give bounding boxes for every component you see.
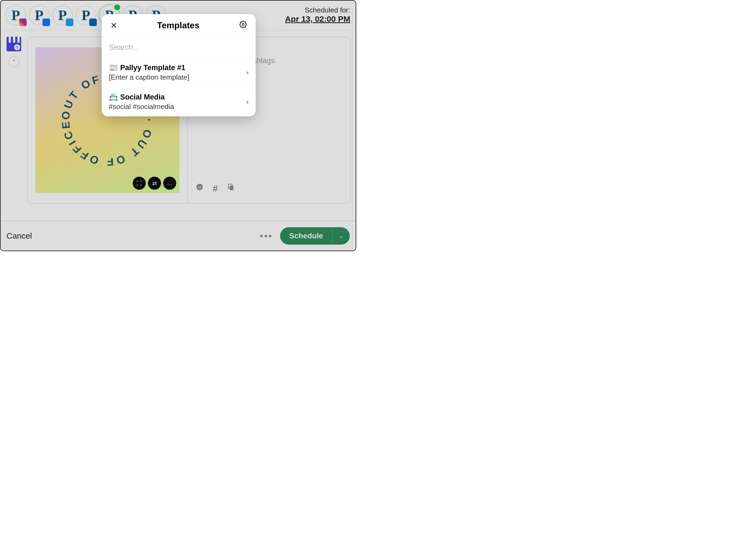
template-2-title: Social Media [120, 93, 165, 101]
svg-rect-4 [230, 186, 233, 190]
template-2-subtitle: #social #socialmedia [109, 102, 174, 111]
schedule-dropdown-button[interactable]: ⌄ [332, 227, 350, 244]
google-business-icon[interactable]: G [7, 37, 21, 51]
account-linkedin[interactable]: P [76, 5, 96, 26]
template-item-1[interactable]: 📰Pallyy Template #1 [Enter a caption tem… [102, 58, 256, 87]
account-instagram[interactable]: P [6, 5, 26, 26]
scheduled-for[interactable]: Scheduled for: Apr 13, 02:00 PM [285, 5, 350, 24]
facebook-icon [42, 18, 50, 26]
template-item-2[interactable]: 📇Social Media #social #socialmedia › [102, 87, 256, 116]
expand-button[interactable]: ⛶ [133, 177, 146, 190]
template-1-subtitle: [Enter a caption template] [109, 73, 189, 82]
caption-tools: # [196, 183, 342, 196]
account-facebook[interactable]: P [29, 5, 49, 26]
modal-search [102, 37, 256, 58]
swap-icon: ⇄ [152, 180, 157, 187]
cancel-button[interactable]: Cancel [7, 231, 32, 241]
search-input[interactable] [102, 37, 256, 58]
more-icon: … [167, 180, 173, 187]
template-1-title: Pallyy Template #1 [120, 63, 185, 72]
templates-modal: ✕ Templates 📰Pallyy Template #1 [Enter a… [102, 14, 256, 116]
check-icon [114, 4, 121, 11]
account-twitter[interactable]: P [52, 5, 73, 26]
close-icon: ✕ [110, 21, 117, 30]
chevron-down-icon: ⌄ [339, 232, 344, 240]
scheduled-label: Scheduled for: [285, 6, 350, 14]
footer: Cancel ••• Schedule ⌄ [1, 221, 356, 251]
linkedin-icon [89, 18, 97, 26]
scheduled-datetime[interactable]: Apr 13, 02:00 PM [285, 14, 350, 24]
chevron-up-icon: ⌃ [12, 59, 16, 65]
svg-point-1 [196, 184, 202, 190]
close-button[interactable]: ✕ [109, 19, 119, 31]
media-actions: ⛶ ⇄ … [133, 177, 176, 190]
svg-point-2 [198, 186, 199, 187]
more-button[interactable]: … [163, 177, 176, 190]
emoji-button[interactable] [196, 183, 203, 194]
chevron-right-icon: › [246, 98, 249, 106]
side-column: G ⌃ [6, 37, 22, 204]
expand-icon: ⛶ [137, 180, 142, 187]
instagram-icon [19, 18, 27, 26]
copy-button[interactable] [227, 183, 235, 194]
emoji-icon [196, 183, 203, 191]
twitter-icon [66, 18, 73, 26]
swap-button[interactable]: ⇄ [148, 177, 161, 190]
svg-point-6 [242, 24, 244, 26]
template-2-emoji: 📇 [109, 93, 118, 101]
schedule-button[interactable]: Schedule [280, 227, 332, 244]
hashtag-button[interactable]: # [213, 183, 218, 194]
schedule-button-group: Schedule ⌄ [280, 227, 350, 244]
modal-title: Templates [157, 20, 200, 31]
template-1-emoji: 📰 [109, 63, 118, 72]
collapse-button[interactable]: ⌃ [9, 56, 19, 67]
modal-header: ✕ Templates [102, 14, 256, 37]
footer-more-button[interactable]: ••• [260, 231, 273, 241]
svg-point-3 [200, 186, 201, 187]
chevron-right-icon: › [246, 69, 249, 76]
settings-button[interactable] [238, 19, 249, 31]
gear-icon [239, 21, 247, 28]
copy-icon [227, 183, 235, 191]
